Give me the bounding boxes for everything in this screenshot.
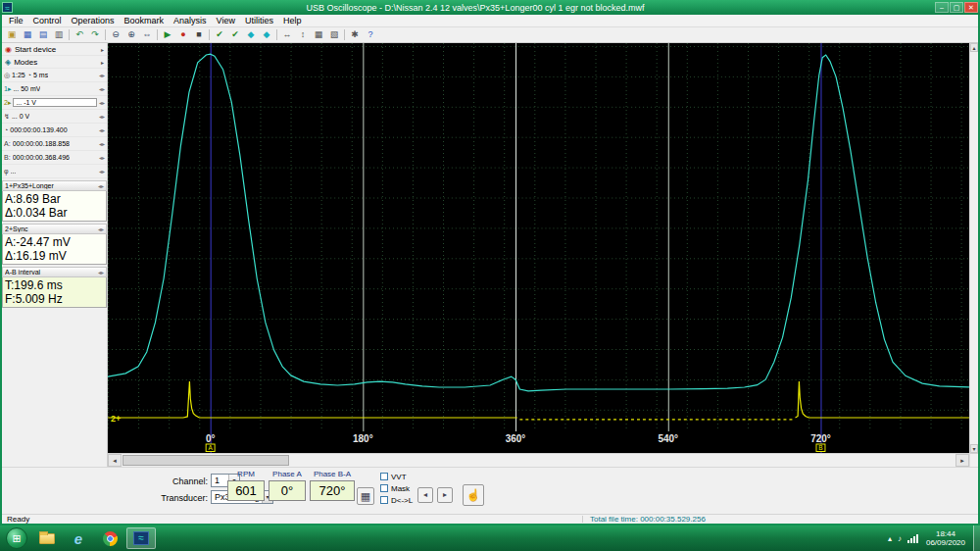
spin-arrows-icon[interactable]: ◂▸ [99, 140, 105, 147]
menu-item-bookmark[interactable]: Bookmark [120, 16, 170, 25]
panel-spin-icon[interactable]: ◂▸ [98, 269, 104, 276]
menu-item-utilities[interactable]: Utilities [240, 16, 278, 25]
measure-panel-header[interactable]: 2+Sync◂▸ [2, 224, 107, 234]
menu-item-analysis[interactable]: Analysis [169, 16, 212, 25]
prev-button[interactable]: ◂ [417, 487, 433, 503]
menu-item-help[interactable]: Help [278, 16, 307, 25]
taskbar-explorer-button[interactable] [32, 527, 62, 549]
measure-panel-header[interactable]: 1+Px35+Longer◂▸ [2, 180, 107, 191]
transducer-label: Transducer: [149, 493, 208, 503]
minimize-button[interactable]: – [935, 2, 949, 13]
degree-label-540: 540° [658, 433, 678, 444]
grid-toggle-icon[interactable]: ▦ [311, 28, 326, 41]
spin-arrows-icon[interactable]: ◂▸ [99, 168, 105, 175]
measure-panel-2: 2+Sync◂▸A:-24.47 mVΔ:16.19 mV [2, 224, 107, 265]
fit-width-icon[interactable]: ⇔ [139, 28, 155, 41]
degree-label-180: 180° [353, 433, 373, 444]
measure-vertical-icon[interactable]: ↕ [295, 28, 311, 41]
scope-svg[interactable]: 0°180°360°540°720°2+AB [108, 43, 969, 453]
marker-b-time-value: 000:00:00.368.496 [13, 154, 70, 161]
print-icon[interactable]: ▥ [51, 28, 67, 41]
checkbox-dl[interactable]: D<->L [380, 494, 413, 506]
open-file-icon[interactable]: ▣ [4, 28, 20, 41]
horizontal-scrollbar[interactable]: ◂ ▸ [108, 453, 969, 467]
toolbar-separator [209, 29, 210, 40]
undo-icon[interactable]: ↶ [72, 28, 87, 41]
measure-value: A:8.69 Bar [5, 192, 104, 206]
phase-a-display: Phase A 0° [269, 470, 306, 501]
marker-a-set-icon[interactable]: ✔ [212, 28, 227, 41]
status-ready: Ready [7, 515, 29, 524]
taskbar-ie-button[interactable]: e [64, 527, 93, 549]
scrollbar-thumb[interactable] [122, 455, 289, 466]
save-fragment-icon[interactable]: ▤ [35, 28, 51, 41]
zoom-out-icon[interactable]: ⊖ [108, 28, 123, 41]
stop-icon[interactable]: ■ [191, 28, 207, 41]
settings-icon[interactable]: ✱ [347, 28, 363, 41]
measure-horizontal-icon[interactable]: ↔ [279, 28, 295, 41]
maximize-button[interactable]: ▢ [950, 2, 963, 13]
help-icon[interactable]: ? [363, 28, 378, 41]
marker-b-set-icon[interactable]: ✔ [227, 28, 243, 41]
sidebar-row-trigger-level[interactable]: ↯... 0 V◂▸ [2, 110, 107, 124]
volume-icon[interactable]: ♪ [898, 534, 902, 543]
play-icon[interactable]: ▶ [160, 28, 175, 41]
zoom-value: 1:25 [12, 72, 25, 78]
sidebar-row-marker-b-time[interactable]: B:000:00:00.368.496◂▸ [2, 151, 107, 165]
menu-item-control[interactable]: Control [28, 16, 67, 25]
scope-display[interactable]: 0°180°360°540°720°2+AB [108, 43, 969, 453]
panel-title: 1+Px35+Longer [5, 182, 98, 189]
start-device-label: Start device [15, 45, 56, 54]
next-button[interactable]: ▸ [437, 487, 453, 503]
scrollbar-track[interactable] [122, 454, 956, 467]
folder-icon [39, 533, 55, 544]
close-button[interactable]: ✕ [964, 2, 978, 13]
menu-item-file[interactable]: File [4, 16, 28, 25]
start-button[interactable]: ⊞ [6, 527, 27, 549]
show-desktop-button[interactable] [973, 526, 980, 551]
vertical-scrollbar[interactable]: ▴ ▾ [970, 43, 978, 453]
overlay-icon[interactable]: ▧ [326, 28, 342, 41]
menu-item-view[interactable]: View [212, 16, 240, 25]
modes-button[interactable]: ◈ Modes ▸ [2, 56, 107, 69]
panel-spin-icon[interactable]: ◂▸ [98, 225, 104, 232]
scroll-down-icon[interactable]: ▾ [970, 444, 978, 453]
checkbox-vvt[interactable]: VVT [380, 471, 413, 482]
cursor-a-icon[interactable]: ◆ [243, 28, 259, 41]
hidden-icons-button[interactable]: ▴ [888, 534, 892, 543]
sidebar-row-phase[interactable]: φ...◂▸ [2, 165, 107, 178]
checkbox-mask[interactable]: Mask [380, 482, 413, 494]
sidebar-row-channel-1-scale[interactable]: 1▸... 50 mV◂▸ [2, 82, 107, 96]
cursor-b-icon[interactable]: ◆ [259, 28, 274, 41]
scroll-left-icon[interactable]: ◂ [108, 454, 122, 467]
rpm-label: RPM [227, 470, 265, 480]
spin-arrows-icon[interactable]: ◂▸ [99, 99, 105, 106]
save-icon[interactable]: ▦ [20, 28, 35, 41]
table-button[interactable]: ▦ [357, 487, 374, 505]
spin-arrows-icon[interactable]: ◂▸ [99, 85, 105, 92]
scroll-right-icon[interactable]: ▸ [956, 454, 969, 467]
panel-spin-icon[interactable]: ◂▸ [98, 182, 104, 189]
degree-label-0: 0° [206, 433, 216, 444]
spin-arrows-icon[interactable]: ◂▸ [99, 126, 105, 133]
hand-tool-button[interactable]: ☝ [463, 484, 484, 506]
network-icon[interactable] [907, 534, 918, 543]
zoom-in-icon[interactable]: ⊕ [123, 28, 139, 41]
sidebar-row-channel-2-scale[interactable]: 2▸... -1 V◂▸ [2, 96, 107, 110]
taskbar-oscilloscope-button[interactable]: ≈ [126, 527, 156, 549]
menu-item-operations[interactable]: Operations [67, 16, 120, 25]
spin-arrows-icon[interactable]: ◂▸ [99, 72, 105, 78]
phase-ba-value: 720° [310, 480, 355, 501]
spin-arrows-icon[interactable]: ◂▸ [99, 113, 105, 120]
sidebar-row-marker-a-time[interactable]: A:000:00:00.188.858◂▸ [2, 137, 107, 151]
redo-icon[interactable]: ↷ [87, 28, 103, 41]
sidebar-row-zoom[interactable]: ◎1:25◔5 ms◂▸ [2, 69, 107, 82]
start-device-button[interactable]: ◉ Start device ▸ [2, 43, 107, 56]
measure-panel-header[interactable]: A-B interval◂▸ [2, 267, 107, 277]
taskbar-clock[interactable]: 18:44 06/09/2020 [926, 529, 965, 547]
record-icon[interactable]: ● [175, 28, 191, 41]
taskbar-chrome-button[interactable] [95, 527, 124, 549]
scroll-up-icon[interactable]: ▴ [970, 43, 978, 52]
spin-arrows-icon[interactable]: ◂▸ [99, 154, 105, 161]
sidebar-row-cursor-time[interactable]: ◔000:00:00.139.400◂▸ [2, 124, 107, 137]
